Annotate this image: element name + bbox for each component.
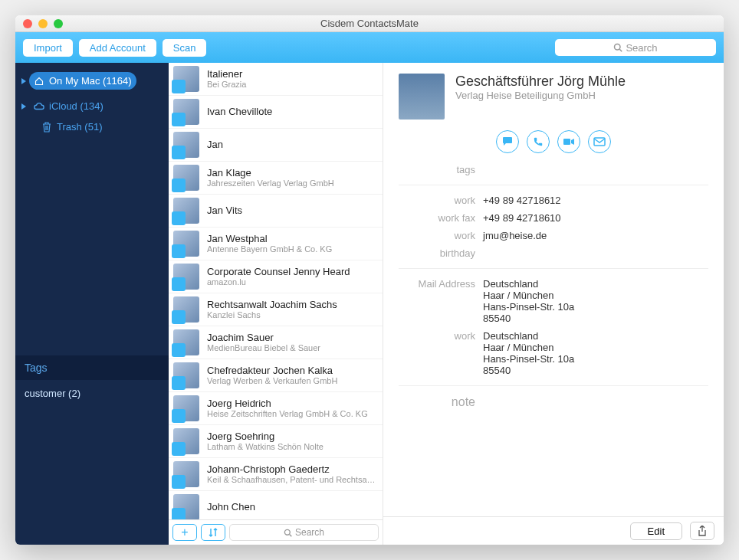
svg-point-0 — [615, 44, 621, 51]
share-icon — [698, 526, 707, 536]
field-value: +49 89 42718610 — [483, 212, 708, 224]
contact-row[interactable]: Joerg HeidrichHeise Zeitschriften Verlag… — [169, 392, 383, 425]
contact-name: John Chen — [207, 501, 255, 513]
sidebar: On My Mac (1164) iCloud (134) Trash (51)… — [15, 63, 169, 545]
field-label: work — [399, 230, 475, 241]
contact-subtitle: Verlag Heise Beteiligung GmbH — [455, 90, 626, 101]
tag-label: customer (2) — [25, 388, 80, 399]
contact-title: Geschäftsführer Jörg Mühle — [455, 74, 626, 90]
contact-subtitle: Latham & Watkins Schön Nolte — [207, 442, 324, 452]
contact-row[interactable]: Joachim SauerMedienBureau Biebel & Sauer — [169, 326, 383, 359]
field-value: Deutschland Haar / München Hans-Pinsel-S… — [483, 330, 708, 376]
contact-name: Chefredakteur Jochen Kalka — [207, 365, 337, 377]
contact-row[interactable]: Jan Vits — [169, 195, 383, 228]
contact-name: Johann-Christoph Gaedertz — [207, 463, 376, 476]
svg-rect-5 — [594, 138, 605, 146]
contact-row[interactable]: Joerg SoehringLatham & Watkins Schön Nol… — [169, 425, 383, 458]
list-search-placeholder: Search — [295, 527, 324, 538]
window-title: Cisdem ContactsMate — [15, 18, 724, 29]
avatar — [173, 395, 199, 421]
chevron-right-icon[interactable] — [21, 78, 26, 84]
sort-icon — [208, 527, 218, 538]
avatar — [173, 198, 199, 224]
contact-list[interactable]: ItalienerBei GraziaIvan ChevilloteJanJan… — [169, 63, 383, 519]
toolbar: Import Add Account Scan Search — [15, 32, 724, 63]
contact-name: Jan Klage — [207, 167, 334, 179]
add-account-button[interactable]: Add Account — [79, 39, 156, 57]
sidebar-item-icloud[interactable]: iCloud (134) — [29, 97, 108, 115]
tags-list: customer (2) — [15, 380, 169, 407]
contact-row[interactable]: Jan KlageJahreszeiten Verlag Verlag GmbH — [169, 162, 383, 195]
contact-row[interactable]: Ivan Chevillote — [169, 96, 383, 129]
search-icon — [284, 529, 292, 537]
scan-button[interactable]: Scan — [163, 39, 207, 57]
tag-item-customer[interactable]: customer (2) — [25, 388, 159, 399]
cloud-icon — [34, 101, 44, 112]
field-label: work — [399, 330, 475, 376]
contact-subtitle: Antenne Bayern GmbH & Co. KG — [207, 244, 332, 254]
contact-subtitle: amazon.lu — [207, 277, 350, 287]
contact-row[interactable]: Corporate Counsel Jenny Heardamazon.lu — [169, 260, 383, 293]
svg-line-3 — [290, 534, 292, 536]
avatar — [173, 66, 199, 92]
field-label: work fax — [399, 212, 475, 224]
avatar — [173, 99, 199, 125]
action-buttons — [399, 120, 708, 161]
sort-button[interactable] — [201, 524, 225, 541]
contact-name: Jan Westphal — [207, 233, 332, 245]
field-label: birthday — [399, 247, 475, 259]
main-body: On My Mac (1164) iCloud (134) Trash (51)… — [15, 63, 724, 545]
trash-icon — [41, 122, 52, 133]
sidebar-item-on-my-mac[interactable]: On My Mac (1164) — [29, 72, 136, 90]
field-value: +49 89 42718612 — [483, 195, 708, 206]
add-contact-button[interactable]: + — [172, 524, 197, 541]
field-label: work — [399, 195, 475, 206]
field-row: birthday — [399, 244, 708, 262]
contact-row[interactable]: Chefredakteur Jochen KalkaVerlag Werben … — [169, 359, 383, 392]
list-search-input[interactable]: Search — [229, 524, 379, 541]
contact-row[interactable]: Johann-Christoph GaedertzKeil & Schaafha… — [169, 458, 383, 491]
avatar — [173, 296, 199, 323]
contact-name: Joerg Heidrich — [207, 398, 368, 410]
trash-label: Trash (51) — [57, 121, 102, 133]
avatar — [173, 461, 199, 487]
detail-footer: Edit — [383, 516, 724, 545]
app-window: Cisdem ContactsMate Import Add Account S… — [15, 15, 724, 545]
field-row: workjmu@heise.de — [399, 227, 708, 244]
share-button[interactable] — [690, 522, 714, 540]
contact-subtitle: Heise Zeitschriften Verlag GmbH & Co. KG — [207, 409, 368, 419]
field-label: Mail Address — [399, 278, 475, 324]
titlebar: Cisdem ContactsMate — [15, 15, 724, 32]
contact-row[interactable]: Jan WestphalAntenne Bayern GmbH & Co. KG — [169, 228, 383, 260]
avatar — [173, 165, 199, 191]
import-button[interactable]: Import — [23, 39, 73, 57]
contact-name: Italiener — [207, 68, 246, 80]
field-value: Deutschland Haar / München Hans-Pinsel-S… — [483, 278, 708, 324]
video-button[interactable] — [557, 130, 580, 153]
contact-row[interactable]: Jan — [169, 129, 383, 162]
contact-name: Ivan Chevillote — [207, 106, 272, 118]
contact-avatar[interactable] — [399, 74, 445, 120]
contact-name: Rechtsanwalt Joachim Sachs — [207, 299, 337, 311]
contact-row[interactable]: ItalienerBei Grazia — [169, 63, 383, 96]
sidebar-item-trash[interactable]: Trash (51) — [21, 121, 163, 133]
global-search-input[interactable]: Search — [555, 39, 716, 56]
contact-name: Corporate Counsel Jenny Heard — [207, 266, 350, 278]
call-button[interactable] — [527, 130, 550, 153]
phone-icon — [533, 136, 544, 147]
svg-line-1 — [620, 49, 622, 51]
field-value — [483, 247, 708, 259]
email-button[interactable] — [588, 130, 611, 153]
contact-row[interactable]: Rechtsanwalt Joachim SachsKanzlei Sachs — [169, 293, 383, 326]
home-icon — [34, 76, 44, 87]
contact-subtitle: MedienBureau Biebel & Sauer — [207, 343, 320, 353]
account-label: iCloud (134) — [49, 100, 103, 112]
avatar — [173, 428, 199, 454]
chevron-right-icon[interactable] — [21, 103, 26, 110]
contact-row[interactable]: John Chen — [169, 491, 383, 519]
field-row: workDeutschland Haar / München Hans-Pins… — [399, 327, 708, 379]
message-button[interactable] — [496, 130, 519, 153]
edit-button[interactable]: Edit — [630, 522, 682, 540]
contact-subtitle: Jahreszeiten Verlag Verlag GmbH — [207, 178, 334, 188]
mail-icon — [593, 137, 606, 146]
